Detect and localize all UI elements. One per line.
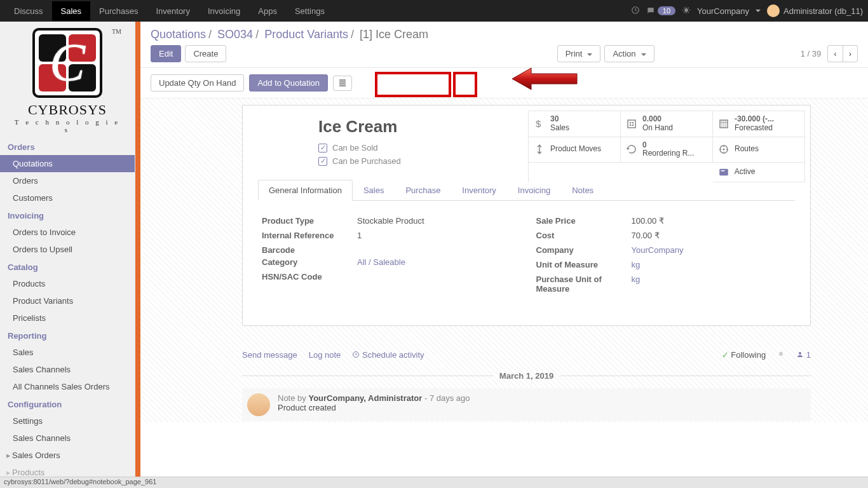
company-value[interactable]: YourCompany [632, 245, 684, 255]
annotation-arrow-icon [506, 64, 582, 93]
chat-date-separator: March 1, 2019 [499, 371, 553, 381]
stat-moves[interactable]: Product Moves [529, 137, 621, 163]
category-label: Category [262, 257, 357, 267]
chat-message: Note by YourCompany, Administrator - 7 d… [242, 388, 811, 421]
update-qty-button[interactable]: Update Qty On Hand [151, 74, 244, 92]
action-dropdown[interactable]: Action [604, 45, 654, 62]
trademark-label: TM [112, 28, 121, 35]
sidebar-item-product-variants[interactable]: Product Variants [0, 292, 135, 309]
tab-general-information[interactable]: General Information [258, 180, 353, 201]
uom-label: Unit of Measure [536, 260, 632, 269]
sidebar-item-customers[interactable]: Customers [0, 189, 135, 207]
content-area: Quotations/ SO034/ Product Variants/ [1]… [135, 22, 868, 477]
stat-on-hand[interactable]: 0.000On Hand [621, 111, 713, 137]
avatar-icon [247, 393, 270, 416]
edit-button[interactable]: Edit [151, 45, 181, 62]
create-button[interactable]: Create [185, 45, 226, 62]
product-type-value: Stockable Product [357, 216, 424, 226]
clock-icon [352, 351, 360, 358]
sidebar-header: Reporting [0, 327, 135, 344]
stat-forecasted[interactable]: -30.000 (-...Forecasted [713, 111, 805, 137]
tab-notes[interactable]: Notes [561, 180, 604, 200]
menu-apps[interactable]: Apps [249, 1, 286, 21]
breadcrumb-row: Quotations/ SO034/ Product Variants/ [1]… [140, 22, 868, 45]
svg-rect-12 [721, 170, 724, 172]
category-value[interactable]: All / Saleable [357, 257, 405, 267]
following-button[interactable]: ✓ Following [722, 350, 766, 360]
grid-view-button[interactable] [333, 76, 352, 91]
sidebar-item-sales-channels[interactable]: Sales Channels [0, 361, 135, 378]
tab-sales[interactable]: Sales [353, 180, 395, 200]
menu-invoicing[interactable]: Invoicing [199, 1, 249, 21]
crumb-quotations[interactable]: Quotations [151, 28, 206, 41]
sale-price-value: 100.00 ₹ [632, 216, 664, 226]
svg-point-1 [684, 8, 688, 12]
tab-invoicing[interactable]: Invoicing [507, 180, 561, 200]
sidebar-item-quotations[interactable]: Quotations [0, 155, 135, 172]
can-be-sold-label: Can be Sold [332, 143, 378, 152]
tab-inventory[interactable]: Inventory [451, 180, 506, 200]
cost-label: Cost [536, 231, 632, 240]
hsn-label: HSN/SAC Code [262, 272, 357, 281]
sidebar-item-pricelists[interactable]: Pricelists [0, 309, 135, 327]
uom-value[interactable]: kg [632, 260, 641, 269]
followers-count[interactable]: 1 [796, 350, 811, 360]
internal-ref-label: Internal Reference [262, 231, 357, 240]
puom-value[interactable]: kg [632, 274, 641, 284]
top-menu-bar: Discuss Sales Purchases Inventory Invoic… [0, 0, 868, 22]
svg-rect-6 [630, 125, 631, 126]
stat-active[interactable]: Active [713, 163, 805, 182]
sidebar-item-sales-orders[interactable]: Sales Orders [0, 447, 135, 464]
send-message-link[interactable]: Send message [242, 350, 297, 360]
chatter: Send message Log note Schedule activity … [242, 339, 811, 421]
svg-text:$: $ [536, 118, 541, 129]
can-be-purchased-checkbox[interactable] [318, 157, 327, 166]
sidebar-item-orders[interactable]: Orders [0, 172, 135, 189]
user-dropdown[interactable]: Administrator (db_11) [767, 4, 863, 17]
log-note-link[interactable]: Log note [309, 350, 341, 360]
sidebar-item-sales[interactable]: Sales [0, 344, 135, 361]
sidebar-item-settings[interactable]: Settings [0, 412, 135, 430]
sidebar-item-orders-to-invoice[interactable]: Orders to Invoice [0, 224, 135, 241]
schedule-activity-link[interactable]: Schedule activity [352, 350, 424, 360]
menu-purchases[interactable]: Purchases [90, 1, 147, 21]
svg-point-10 [723, 149, 725, 151]
bug-icon[interactable] [682, 6, 691, 17]
barcode-label: Barcode [262, 245, 357, 255]
cost-value: 70.00 ₹ [632, 231, 660, 240]
pager-prev-button[interactable]: ‹ [827, 45, 843, 62]
sidebar-item-products[interactable]: Products [0, 464, 135, 477]
chat-message-body: Product created [278, 403, 470, 412]
menu-sales[interactable]: Sales [52, 1, 91, 21]
logo-tagline: T e c h n o l o g i e s [13, 118, 121, 133]
svg-rect-7 [632, 125, 634, 126]
crumb-so034[interactable]: SO034 [217, 28, 253, 41]
clock-icon[interactable] [631, 6, 640, 17]
sidebar-header: Configuration [0, 395, 135, 412]
messages-icon[interactable]: 10 [646, 6, 675, 15]
company-logo: TM C CYBROSYS T e c h n o l o g i e s [0, 25, 135, 138]
annotation-highlight-2 [453, 72, 477, 97]
bell-icon[interactable] [777, 350, 785, 360]
stat-sales[interactable]: $30Sales [529, 111, 621, 137]
stat-buttons: $30Sales 0.000On Hand -30.000 (-...Forec… [528, 111, 805, 182]
company-dropdown[interactable]: YourCompany [697, 6, 761, 16]
pager-next-button[interactable]: › [843, 45, 858, 62]
sidebar-item-orders-to-upsell[interactable]: Orders to Upsell [0, 241, 135, 258]
tabs: General InformationSalesPurchaseInventor… [258, 180, 795, 201]
svg-point-14 [799, 352, 801, 355]
stat-reordering[interactable]: 0Reordering R... [621, 137, 713, 163]
can-be-sold-checkbox[interactable] [318, 144, 327, 152]
menu-discuss[interactable]: Discuss [5, 1, 52, 21]
main-menu: Discuss Sales Purchases Inventory Invoic… [5, 1, 334, 21]
sidebar-item-sales-channels[interactable]: Sales Channels [0, 430, 135, 447]
print-dropdown[interactable]: Print [557, 45, 601, 62]
tab-purchase[interactable]: Purchase [395, 180, 451, 200]
menu-inventory[interactable]: Inventory [147, 1, 198, 21]
stat-routes[interactable]: Routes [713, 137, 805, 163]
menu-settings[interactable]: Settings [286, 1, 334, 21]
crumb-product-variants[interactable]: Product Variants [264, 28, 348, 41]
sidebar-item-products[interactable]: Products [0, 275, 135, 292]
sidebar-item-all-channels-sales-orders[interactable]: All Channels Sales Orders [0, 378, 135, 395]
add-to-quotation-button[interactable]: Add to Quotation [249, 74, 328, 92]
